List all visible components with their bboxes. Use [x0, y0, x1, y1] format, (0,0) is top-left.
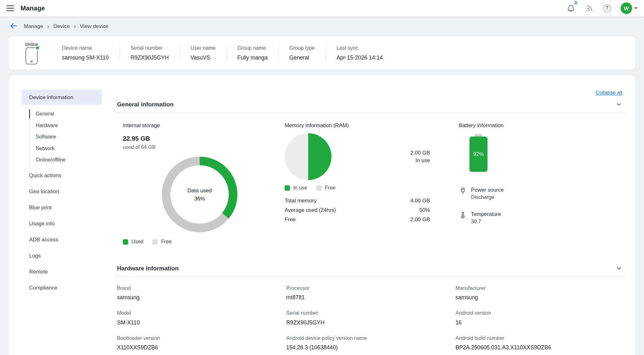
hw-label: Serial number [286, 310, 451, 316]
sidebar-item-geo-location[interactable]: Geo location [22, 183, 102, 200]
hw-cell-serial-number: Serial number R9ZX90J5GYH [286, 305, 455, 330]
device-summary-card: Online Device name samsung SM-X110 Seria… [8, 36, 635, 70]
summary-fields: Device name samsung SM-X110 Serial numbe… [52, 45, 627, 61]
sidebar-item-remote[interactable]: Remote [22, 263, 102, 279]
caret-down-icon [634, 8, 637, 11]
topbar-actions: 0 ? W [566, 3, 637, 14]
sidebar-subitem-online-offline[interactable]: Online/offline [30, 154, 102, 166]
back-arrow-icon [9, 21, 18, 31]
memory-row-free: Free 2.00 GB [285, 215, 430, 224]
summary-field-last-sync: Last sync Apr-15-2026 14:14 [325, 45, 393, 61]
field-label: Serial number [130, 45, 169, 51]
hw-label: Processor [286, 285, 451, 291]
hw-value: R9ZX90J5GYH [286, 319, 451, 326]
hw-cell-brand: Brand samsung [117, 280, 286, 306]
hw-value: 16 [455, 319, 621, 326]
hw-value: BP2A.250605.031.A3.X110XXS9DZB6 [455, 345, 621, 351]
field-value: VasuVS [191, 55, 216, 61]
hw-label: Bootloader version [117, 335, 282, 341]
sidebar: Device information General Hardware Soft… [15, 82, 108, 355]
back-button[interactable] [9, 21, 18, 31]
sidebar-subitem-general[interactable]: General [30, 108, 102, 120]
field-value: R9ZX90J5GYH [130, 55, 169, 61]
general-information-header[interactable]: General information [114, 98, 625, 113]
sidebar-item-blue-print[interactable]: Blue print [22, 199, 102, 215]
power-source-row: Power source Discharge [459, 187, 625, 200]
content-area: Collapse all General information Interna… [108, 82, 636, 355]
power-source-value: Discharge [471, 194, 504, 200]
legend-free: Free [153, 239, 172, 245]
breadcrumb-item-manage[interactable]: Manage [24, 23, 43, 29]
memory-callout-label: In use [410, 157, 430, 164]
field-value: Fully manga [237, 55, 268, 61]
chevron-down-icon[interactable] [616, 265, 622, 272]
legend-in-use-label: In use [293, 185, 307, 191]
hw-value: 154.28.3 (10638440) [286, 345, 451, 351]
hw-value: samsung [455, 294, 621, 301]
legend-free-swatch [153, 239, 158, 245]
topbar: Manage 0 ? W [0, 0, 644, 16]
sidebar-item-usage-info[interactable]: Usage info [22, 215, 102, 231]
menu-icon[interactable] [7, 5, 14, 11]
sidebar-item-device-information[interactable]: Device information [22, 90, 102, 105]
memory-row-label: Total memory [285, 197, 317, 204]
sidebar-item-adb-access[interactable]: ADB access [22, 231, 102, 247]
hw-label: Android build number [455, 335, 621, 341]
power-source-label: Power source [471, 187, 504, 193]
power-plug-icon [459, 187, 467, 194]
main-card: Device information General Hardware Soft… [8, 76, 635, 355]
sidebar-subitem-hardware[interactable]: Hardware [30, 120, 102, 131]
field-value: Apr-15-2026 14:14 [336, 55, 383, 61]
internal-storage-block: Internal storage 22.95 GB used of 64 GB … [114, 122, 285, 245]
storage-legend: Used Free [123, 239, 285, 245]
field-label: Group name [237, 45, 268, 51]
account-menu[interactable]: W [621, 3, 638, 14]
bell-icon [567, 4, 575, 12]
hw-cell-manufacturer: Manufacturer samsung [455, 280, 625, 306]
general-information-body: Internal storage 22.95 GB used of 64 GB … [114, 113, 625, 262]
memory-row-total: Total memory 4.00 GB [285, 196, 430, 205]
online-status-dot [36, 46, 40, 50]
field-label: User name [191, 45, 216, 51]
memory-table: Total memory 4.00 GB Average used (24hrs… [285, 196, 430, 224]
thermometer-icon [459, 211, 467, 219]
hardware-grid: Brand samsung Processor mt8781 Manufactu… [114, 277, 625, 355]
sidebar-item-logs[interactable]: Logs [22, 247, 102, 263]
app-title: Manage [20, 4, 45, 12]
notifications-button[interactable]: 0 [566, 4, 575, 13]
feed-icon [585, 4, 593, 12]
memory-callout-value: 2.00 GB [410, 149, 430, 157]
hw-label: Brand [117, 285, 282, 291]
hw-label: Model [117, 310, 282, 316]
sidebar-item-compliance[interactable]: Compliance [22, 279, 102, 296]
hw-cell-model: Model SM-X110 [117, 305, 286, 330]
sidebar-subitem-software[interactable]: Software [30, 131, 102, 143]
hw-label: Android device policy version name [286, 335, 451, 341]
sidebar-sub-list: General Hardware Software Network Online… [29, 108, 102, 166]
feed-button[interactable] [585, 4, 594, 13]
online-status-label: Online [17, 42, 47, 47]
hw-cell-android-version: Android version 16 [455, 305, 625, 330]
sidebar-subitem-network[interactable]: Network [30, 143, 102, 154]
chevron-down-icon[interactable] [616, 101, 622, 108]
hw-cell-build-number: Android build number BP2A.250605.031.A3.… [455, 330, 625, 355]
avatar: W [621, 3, 632, 14]
legend-free-swatch [316, 185, 322, 190]
memory-row-value: 2.00 GB [410, 216, 430, 223]
legend-used-label: Used [131, 239, 143, 245]
sidebar-item-quick-actions[interactable]: Quick actions [22, 167, 102, 183]
memory-block: Memory information (RAM) 2.00 GB In use … [285, 122, 455, 245]
summary-field-group-name: Group name Fully manga [226, 45, 278, 61]
donut-center-value: 36% [194, 195, 205, 202]
field-value: samsung SM-X110 [62, 55, 109, 61]
legend-in-use: In use [285, 185, 307, 191]
help-button[interactable]: ? [602, 4, 612, 13]
memory-row-label: Average used (24hrs) [285, 207, 336, 213]
hardware-information-header[interactable]: Hardware information [114, 262, 625, 277]
section-title: Hardware information [117, 265, 179, 272]
memory-row-value: 50% [419, 207, 430, 213]
collapse-all-link[interactable]: Collapse all [596, 90, 622, 96]
hw-cell-processor: Processor mt8781 [286, 280, 455, 306]
breadcrumb-item-device[interactable]: Device [53, 23, 70, 29]
storage-used-value: 22.95 GB [123, 135, 285, 142]
